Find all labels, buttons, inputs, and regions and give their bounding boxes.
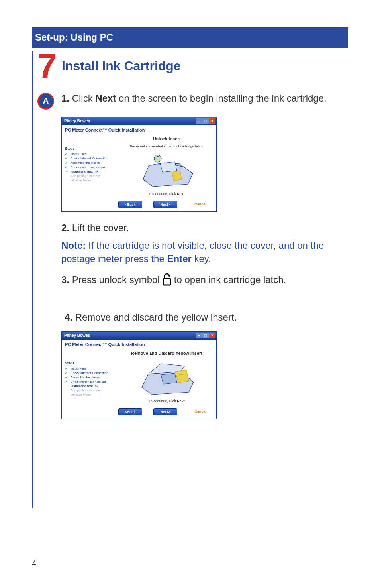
close-button[interactable]: × <box>209 118 215 124</box>
step-item: ✓Check meter connections <box>65 380 119 383</box>
page-number: 4 <box>32 559 36 568</box>
step-item: ✓Install Files <box>65 152 119 156</box>
panel-title: Unlock Insert <box>121 136 212 141</box>
close-button[interactable]: × <box>209 333 215 338</box>
instruction-line-3: 3. Press unlock symbol to open ink cartr… <box>61 273 348 287</box>
window-footer: <Back Next> Cancel <box>62 406 216 419</box>
page-header-bar: Set-up: Using PC <box>32 27 348 48</box>
window-titlebar: Pitney Bowes – □ × <box>62 332 216 340</box>
installer-window-1: Pitney Bowes – □ × PC Meter Connect™ Qui… <box>61 117 217 212</box>
arrow-icon: → <box>65 384 69 388</box>
step-item: ✓Check Internet Connection <box>65 371 119 375</box>
steps-sidebar: Steps ✓Install Files ✓Check Internet Con… <box>65 135 119 197</box>
panel-title: Remove and Discard Yellow Insert <box>121 351 212 356</box>
maximize-button[interactable]: □ <box>202 333 209 338</box>
step-item-pending: Add postage to meter <box>65 389 119 392</box>
window-body: Steps ✓Install Files ✓Check Internet Con… <box>62 135 216 199</box>
printer-open-icon <box>137 359 197 397</box>
check-icon: ✓ <box>65 161 69 165</box>
step-item: ✓Check meter connections <box>65 165 119 169</box>
steps-heading: Steps <box>65 147 119 151</box>
back-button[interactable]: <Back <box>118 408 142 415</box>
check-icon: ✓ <box>65 152 69 156</box>
window-title: Pitney Bowes <box>64 119 90 123</box>
next-button[interactable]: Next> <box>153 408 177 415</box>
step-item: ✓Assemble the pieces <box>65 376 119 379</box>
panel-subtitle: Press unlock symbol at back of cartridge… <box>121 144 212 148</box>
instruction-line-2: 2. Lift the cover. <box>61 221 348 235</box>
continue-hint: To continue, click Next <box>121 399 212 403</box>
arrow-icon: → <box>65 170 69 173</box>
step-item: ✓Assemble the pieces <box>65 161 119 165</box>
window-footer: <Back Next> Cancel <box>62 199 216 211</box>
minimize-button[interactable]: – <box>196 118 202 124</box>
cancel-button[interactable]: Cancel <box>188 201 212 208</box>
instruction-line-4: 4. Remove and discard the yellow insert. <box>65 311 348 324</box>
window-body: Steps ✓Install Files ✓Check Internet Con… <box>62 349 216 406</box>
window-subtitle: PC Meter Connect™ Quick Installation <box>62 340 216 349</box>
step-number: 7 <box>37 51 57 81</box>
step-item: ✓Install Files <box>65 367 119 370</box>
substep-badge: A <box>37 93 54 110</box>
check-icon: ✓ <box>65 380 69 383</box>
substep-a-row: A 1. Click Next on the screen to begin i… <box>37 92 348 110</box>
printer-icon <box>137 151 197 189</box>
check-icon: ✓ <box>65 371 69 375</box>
back-button[interactable]: <Back <box>118 201 142 208</box>
unlock-icon <box>162 273 172 287</box>
steps-sidebar: Steps ✓Install Files ✓Check Internet Con… <box>65 349 119 405</box>
check-icon: ✓ <box>65 157 69 160</box>
note-text: Note: If the cartridge is not visible, c… <box>61 239 332 265</box>
steps-heading: Steps <box>65 361 119 365</box>
printer-illustration <box>121 359 212 397</box>
minimize-button[interactable]: – <box>196 333 202 338</box>
check-icon: ✓ <box>65 367 69 370</box>
window-titlebar: Pitney Bowes – □ × <box>62 117 216 125</box>
instruction-line-1: 1. Click Next on the screen to begin ins… <box>61 92 327 105</box>
maximize-button[interactable]: □ <box>202 118 209 124</box>
next-button[interactable]: Next> <box>153 201 177 208</box>
installer-window-2: Pitney Bowes – □ × PC Meter Connect™ Qui… <box>61 331 217 419</box>
step-heading-row: 7 Install Ink Cartridge <box>37 51 348 81</box>
content-column: 7 Install Ink Cartridge A 1. Click Next … <box>32 51 348 508</box>
check-icon: ✓ <box>65 165 69 169</box>
printer-illustration <box>121 151 212 189</box>
step-item-active: →Install and test ink <box>65 384 119 388</box>
svg-point-0 <box>154 155 161 162</box>
svg-rect-1 <box>163 279 170 285</box>
window-control-buttons: – □ × <box>196 333 215 338</box>
step-item-pending: Initialize Meter <box>65 179 119 182</box>
step-item-active: →Install and test ink <box>65 170 119 173</box>
window-title: Pitney Bowes <box>64 333 90 338</box>
check-icon: ✓ <box>65 376 69 379</box>
step-item-pending: Initialize Meter <box>65 393 119 397</box>
window-subtitle: PC Meter Connect™ Quick Installation <box>62 125 216 135</box>
continue-hint: To continue, click Next <box>121 192 212 196</box>
cancel-button[interactable]: Cancel <box>188 408 212 415</box>
window-control-buttons: – □ × <box>196 118 215 124</box>
window-main-panel: Unlock Insert Press unlock symbol at bac… <box>120 135 213 197</box>
step-item-pending: Add postage to meter <box>65 174 119 178</box>
step-item: ✓Check Internet Connection <box>65 157 119 160</box>
step-title: Install Ink Cartridge <box>62 59 181 73</box>
page-header-title: Set-up: Using PC <box>35 32 113 43</box>
window-main-panel: Remove and Discard Yellow Insert To cont… <box>120 349 213 405</box>
